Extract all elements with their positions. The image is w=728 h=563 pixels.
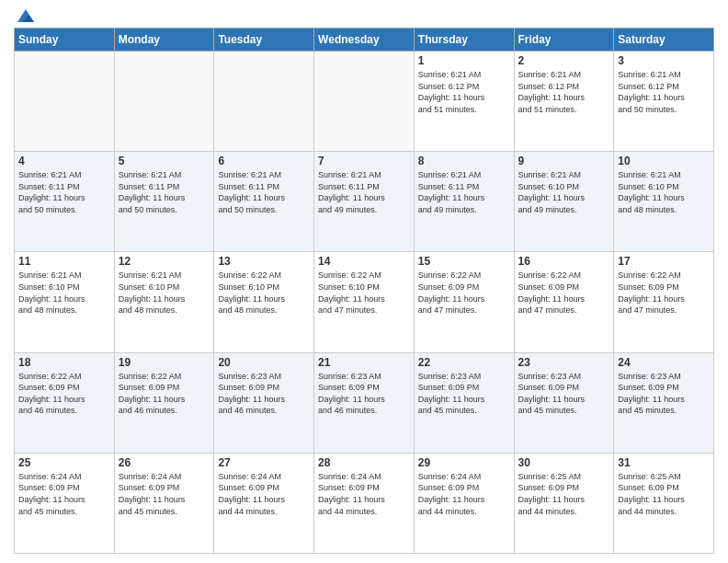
calendar-empty-cell (214, 52, 314, 152)
day-number: 31 (618, 456, 710, 469)
day-number: 29 (418, 456, 510, 469)
day-number: 1 (418, 54, 510, 67)
page: SundayMondayTuesdayWednesdayThursdayFrid… (0, 0, 728, 563)
calendar-day-cell: 16Sunrise: 6:22 AM Sunset: 6:09 PM Dayli… (514, 252, 614, 352)
calendar-day-cell: 29Sunrise: 6:24 AM Sunset: 6:09 PM Dayli… (414, 453, 514, 553)
calendar-day-cell: 10Sunrise: 6:21 AM Sunset: 6:10 PM Dayli… (614, 152, 714, 252)
calendar-day-cell: 2Sunrise: 6:21 AM Sunset: 6:12 PM Daylig… (514, 52, 614, 152)
calendar-day-cell: 25Sunrise: 6:24 AM Sunset: 6:09 PM Dayli… (15, 453, 115, 553)
calendar-day-cell: 13Sunrise: 6:22 AM Sunset: 6:10 PM Dayli… (214, 252, 314, 352)
day-number: 19 (119, 356, 210, 369)
day-info: Sunrise: 6:21 AM Sunset: 6:12 PM Dayligh… (518, 69, 610, 115)
calendar-day-cell: 12Sunrise: 6:21 AM Sunset: 6:10 PM Dayli… (114, 252, 214, 352)
day-info: Sunrise: 6:23 AM Sunset: 6:09 PM Dayligh… (518, 371, 610, 417)
calendar-week-row: 1Sunrise: 6:21 AM Sunset: 6:12 PM Daylig… (15, 52, 714, 152)
calendar-day-cell: 31Sunrise: 6:25 AM Sunset: 6:09 PM Dayli… (614, 453, 714, 553)
calendar-day-cell: 27Sunrise: 6:24 AM Sunset: 6:09 PM Dayli… (214, 453, 314, 553)
calendar-day-cell: 9Sunrise: 6:21 AM Sunset: 6:10 PM Daylig… (514, 152, 614, 252)
header (14, 9, 714, 20)
day-info: Sunrise: 6:21 AM Sunset: 6:10 PM Dayligh… (18, 270, 110, 316)
day-info: Sunrise: 6:24 AM Sunset: 6:09 PM Dayligh… (318, 471, 410, 517)
day-info: Sunrise: 6:21 AM Sunset: 6:11 PM Dayligh… (18, 169, 110, 215)
day-number: 15 (418, 255, 510, 268)
day-info: Sunrise: 6:23 AM Sunset: 6:09 PM Dayligh… (218, 371, 310, 417)
day-info: Sunrise: 6:22 AM Sunset: 6:09 PM Dayligh… (618, 270, 710, 316)
weekday-header-sunday: Sunday (15, 29, 115, 52)
calendar-empty-cell (15, 52, 115, 152)
calendar-day-cell: 15Sunrise: 6:22 AM Sunset: 6:09 PM Dayli… (414, 252, 514, 352)
day-info: Sunrise: 6:24 AM Sunset: 6:09 PM Dayligh… (18, 471, 110, 517)
calendar-day-cell: 24Sunrise: 6:23 AM Sunset: 6:09 PM Dayli… (614, 352, 714, 453)
day-info: Sunrise: 6:21 AM Sunset: 6:11 PM Dayligh… (218, 169, 310, 215)
day-number: 17 (618, 255, 710, 268)
weekday-header-saturday: Saturday (614, 29, 714, 52)
calendar-week-row: 25Sunrise: 6:24 AM Sunset: 6:09 PM Dayli… (15, 453, 714, 553)
day-number: 30 (518, 456, 610, 469)
weekday-header-monday: Monday (114, 29, 214, 52)
day-number: 13 (218, 255, 310, 268)
day-number: 24 (618, 356, 710, 369)
day-info: Sunrise: 6:22 AM Sunset: 6:09 PM Dayligh… (119, 371, 210, 417)
day-number: 5 (119, 155, 210, 167)
calendar-day-cell: 18Sunrise: 6:22 AM Sunset: 6:09 PM Dayli… (15, 352, 115, 453)
day-info: Sunrise: 6:21 AM Sunset: 6:10 PM Dayligh… (618, 169, 710, 215)
calendar-day-cell: 5Sunrise: 6:21 AM Sunset: 6:11 PM Daylig… (114, 152, 214, 252)
calendar-week-row: 4Sunrise: 6:21 AM Sunset: 6:11 PM Daylig… (15, 152, 714, 252)
day-number: 28 (318, 456, 410, 469)
day-info: Sunrise: 6:24 AM Sunset: 6:09 PM Dayligh… (418, 471, 510, 517)
day-info: Sunrise: 6:21 AM Sunset: 6:12 PM Dayligh… (618, 69, 710, 115)
calendar-day-cell: 21Sunrise: 6:23 AM Sunset: 6:09 PM Dayli… (314, 352, 415, 453)
weekday-header-thursday: Thursday (414, 29, 514, 52)
day-info: Sunrise: 6:23 AM Sunset: 6:09 PM Dayligh… (318, 371, 410, 417)
day-info: Sunrise: 6:21 AM Sunset: 6:11 PM Dayligh… (119, 169, 210, 215)
logo (14, 9, 36, 20)
day-info: Sunrise: 6:21 AM Sunset: 6:12 PM Dayligh… (418, 69, 510, 115)
day-info: Sunrise: 6:25 AM Sunset: 6:09 PM Dayligh… (618, 471, 710, 517)
calendar-empty-cell (314, 52, 415, 152)
weekday-header-tuesday: Tuesday (214, 29, 314, 52)
day-info: Sunrise: 6:24 AM Sunset: 6:09 PM Dayligh… (218, 471, 310, 517)
calendar-day-cell: 11Sunrise: 6:21 AM Sunset: 6:10 PM Dayli… (15, 252, 115, 352)
day-number: 11 (18, 255, 110, 268)
day-number: 25 (18, 456, 110, 469)
calendar-day-cell: 17Sunrise: 6:22 AM Sunset: 6:09 PM Dayli… (614, 252, 714, 352)
day-number: 26 (119, 456, 210, 469)
day-number: 22 (418, 356, 510, 369)
calendar-table: SundayMondayTuesdayWednesdayThursdayFrid… (14, 28, 714, 554)
day-info: Sunrise: 6:21 AM Sunset: 6:11 PM Dayligh… (318, 169, 410, 215)
day-number: 6 (218, 155, 310, 167)
day-info: Sunrise: 6:21 AM Sunset: 6:10 PM Dayligh… (518, 169, 610, 215)
calendar-day-cell: 20Sunrise: 6:23 AM Sunset: 6:09 PM Dayli… (214, 352, 314, 453)
day-info: Sunrise: 6:25 AM Sunset: 6:09 PM Dayligh… (518, 471, 610, 517)
weekday-header-friday: Friday (514, 29, 614, 52)
day-number: 4 (18, 155, 110, 167)
day-number: 16 (518, 255, 610, 268)
calendar-week-row: 11Sunrise: 6:21 AM Sunset: 6:10 PM Dayli… (15, 252, 714, 352)
weekday-header-row: SundayMondayTuesdayWednesdayThursdayFrid… (15, 29, 714, 52)
day-number: 12 (119, 255, 210, 268)
calendar-day-cell: 22Sunrise: 6:23 AM Sunset: 6:09 PM Dayli… (414, 352, 514, 453)
day-info: Sunrise: 6:23 AM Sunset: 6:09 PM Dayligh… (618, 371, 710, 417)
calendar-day-cell: 4Sunrise: 6:21 AM Sunset: 6:11 PM Daylig… (15, 152, 115, 252)
calendar-day-cell: 7Sunrise: 6:21 AM Sunset: 6:11 PM Daylig… (314, 152, 415, 252)
day-info: Sunrise: 6:23 AM Sunset: 6:09 PM Dayligh… (418, 371, 510, 417)
day-number: 7 (318, 155, 410, 167)
day-info: Sunrise: 6:22 AM Sunset: 6:09 PM Dayligh… (18, 371, 110, 417)
day-number: 20 (218, 356, 310, 369)
day-info: Sunrise: 6:22 AM Sunset: 6:09 PM Dayligh… (518, 270, 610, 316)
day-number: 9 (518, 155, 610, 167)
day-number: 18 (18, 356, 110, 369)
calendar-day-cell: 23Sunrise: 6:23 AM Sunset: 6:09 PM Dayli… (514, 352, 614, 453)
calendar-day-cell: 26Sunrise: 6:24 AM Sunset: 6:09 PM Dayli… (114, 453, 214, 553)
day-number: 2 (518, 54, 610, 67)
day-number: 3 (618, 54, 710, 67)
day-info: Sunrise: 6:22 AM Sunset: 6:10 PM Dayligh… (218, 270, 310, 316)
calendar-day-cell: 1Sunrise: 6:21 AM Sunset: 6:12 PM Daylig… (414, 52, 514, 152)
calendar-day-cell: 6Sunrise: 6:21 AM Sunset: 6:11 PM Daylig… (214, 152, 314, 252)
calendar-empty-cell (114, 52, 214, 152)
day-info: Sunrise: 6:22 AM Sunset: 6:09 PM Dayligh… (418, 270, 510, 316)
day-info: Sunrise: 6:22 AM Sunset: 6:10 PM Dayligh… (318, 270, 410, 316)
calendar-day-cell: 30Sunrise: 6:25 AM Sunset: 6:09 PM Dayli… (514, 453, 614, 553)
calendar-week-row: 18Sunrise: 6:22 AM Sunset: 6:09 PM Dayli… (15, 352, 714, 453)
weekday-header-wednesday: Wednesday (314, 29, 415, 52)
